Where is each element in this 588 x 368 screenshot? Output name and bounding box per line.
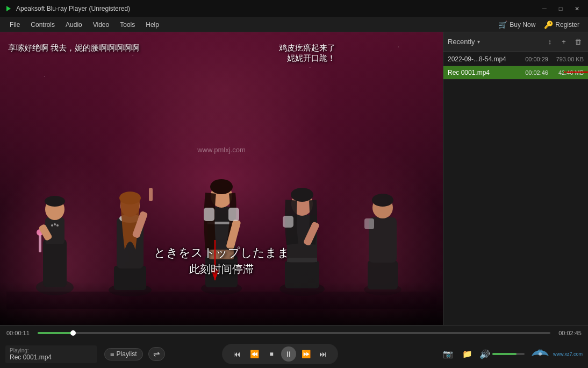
brand-watermark: www.xz7.com [553,351,583,357]
buy-now-label: Buy Now [510,21,535,29]
time-total: 00:02:45 [555,330,582,336]
next-track-button[interactable]: ⏭ [315,346,331,362]
title-bar: Apeaksoft Blu-ray Player (Unregistered) … [0,0,588,17]
menu-bar: File Controls Audio Video Tools Help 🛒 B… [0,17,588,32]
caption-right-line1: 鸡皮疙瘩起来了 [279,43,335,53]
volume-fill [492,353,517,355]
menu-file[interactable]: File [4,19,25,31]
sidebar-header: Recently ▾ ↕ + 🗑 [443,32,588,52]
main-area: 享嗦好绝啊 我去，妮的腰啊啊啊啊啊 鸡皮疙瘩起来了 妮妮开口跪！ www.pml… [0,32,588,325]
playlist-item-active-name: Rec 0001.mp4 [448,69,522,76]
stop-button[interactable]: ■ [264,346,279,362]
menu-controls[interactable]: Controls [25,19,60,31]
svg-point-28 [210,179,233,194]
playlist-item[interactable]: 2022-09-...8-54.mp4 00:00:29 793.00 KB [443,53,588,66]
brand-logo-svg [529,345,551,363]
playlist-item-size: 793.00 KB [551,56,584,62]
menu-tools[interactable]: Tools [114,19,140,31]
sidebar: Recently ▾ ↕ + 🗑 2022-09-...8-54.mp4 00:… [443,32,588,325]
progress-row: 00:00:11 00:02:45 [0,325,588,341]
playlist-list-icon: ≡ [110,350,114,358]
prev-track-button[interactable]: ⏮ [230,346,245,362]
sidebar-sort-button[interactable]: ↕ [544,36,556,48]
cart-icon: 🛒 [498,20,507,29]
maximize-button[interactable]: □ [554,3,568,14]
now-playing-filename: Rec 0001.mp4 [10,353,92,361]
svg-rect-39 [283,216,293,228]
subtitle-overlay: ときをストップしたまま 此刻时间停滞 [154,245,290,277]
video-background: 享嗦好绝啊 我去，妮的腰啊啊啊啊啊 鸡皮疙瘩起来了 妮妮开口跪！ www.pml… [0,32,443,325]
order-button[interactable]: ⇌ [148,347,165,361]
svg-rect-30 [204,208,214,221]
buy-now-button[interactable]: 🛒 Buy Now [494,19,540,31]
svg-rect-35 [287,258,317,262]
volume-area: 🔊 [479,349,525,359]
svg-point-10 [54,223,56,225]
svg-rect-45 [364,218,374,229]
svg-rect-13 [114,266,146,290]
svg-rect-6 [39,233,41,252]
app-icon [4,4,13,13]
svg-rect-19 [149,188,153,201]
right-controls: 📷 📁 🔊 www.xz7.com [441,345,583,363]
menu-video[interactable]: Video [88,19,114,31]
watermark: www.pmlxj.com [197,145,246,153]
playlist-label: Playlist [117,350,137,358]
register-icon: 🔑 [544,20,553,29]
caption-left: 享嗦好绝啊 我去，妮的腰啊啊啊啊啊 [8,43,139,53]
bottom-controls: 00:00:11 00:02:45 Playing: Rec 0001.mp4 … [0,325,588,368]
sidebar-title: Recently [448,38,475,46]
close-button[interactable]: ✕ [570,3,584,14]
time-current: 00:00:11 [6,330,33,336]
window-title: Apeaksoft Blu-ray Player (Unregistered) [16,5,537,12]
screenshot-button[interactable]: 📷 [441,346,456,362]
sidebar-delete-button[interactable]: 🗑 [572,36,584,48]
caption-right: 鸡皮疙瘩起来了 妮妮开口跪！ [279,43,335,63]
video-panel[interactable]: 享嗦好绝啊 我去，妮的腰啊啊啊啊啊 鸡皮疙瘩起来了 妮妮开口跪！ www.pml… [0,32,443,325]
brand-logo: www.xz7.com [529,345,583,363]
svg-point-9 [51,224,53,227]
svg-rect-46 [6,292,436,309]
window-controls: ─ □ ✕ [537,3,584,14]
transport-controls: ⏮ ⏪ ■ ⏸ ⏩ ⏭ [222,344,338,364]
order-icon: ⇌ [153,349,160,359]
fast-forward-button[interactable]: ⏩ [298,346,313,362]
svg-point-44 [372,194,393,207]
now-playing: Playing: Rec 0001.mp4 [5,345,97,363]
volume-bar[interactable] [492,353,525,355]
playlist-items: 2022-09-...8-54.mp4 00:00:29 793.00 KB R… [443,52,588,325]
playlist-item-active[interactable]: Rec 0001.mp4 00:02:46 42.46 MB [443,66,588,80]
playlist-button[interactable]: ≡ Playlist [104,348,143,360]
svg-rect-2 [43,239,67,287]
svg-point-37 [291,188,313,202]
menu-help[interactable]: Help [140,19,164,31]
progress-thumb [70,330,76,336]
controls-row: Playing: Rec 0001.mp4 ≡ Playlist ⇌ ⏮ ⏪ ■… [0,341,588,368]
sidebar-chevron-icon[interactable]: ▾ [477,39,480,45]
pause-button[interactable]: ⏸ [281,346,296,362]
subtitle-line1: ときをストップしたまま [154,245,290,261]
brand-text: www.xz7.com [553,351,583,357]
playlist-item-active-size: 42.46 MB [551,69,584,76]
register-button[interactable]: 🔑 Register [540,19,584,31]
menu-audio[interactable]: Audio [60,19,88,31]
rewind-button[interactable]: ⏪ [247,346,262,362]
subtitle-line2: 此刻时间停滞 [154,262,290,277]
svg-rect-41 [368,260,398,289]
svg-point-51 [539,352,542,356]
folder-button[interactable]: 📁 [460,346,475,362]
progress-bar[interactable] [38,332,550,334]
now-playing-label: Playing: [10,348,92,353]
playlist-item-name: 2022-09-...8-54.mp4 [448,55,522,63]
volume-icon[interactable]: 🔊 [479,349,490,359]
svg-rect-33 [285,260,319,288]
playlist-item-active-duration: 00:02:46 [525,69,548,76]
sidebar-add-button[interactable]: + [558,36,570,48]
caption-right-line2: 妮妮开口跪！ [279,53,335,63]
svg-point-11 [56,224,59,227]
register-label: Register [555,21,579,29]
svg-point-5 [45,196,65,207]
svg-marker-0 [6,6,11,11]
progress-fill [38,332,73,334]
minimize-button[interactable]: ─ [537,3,551,14]
